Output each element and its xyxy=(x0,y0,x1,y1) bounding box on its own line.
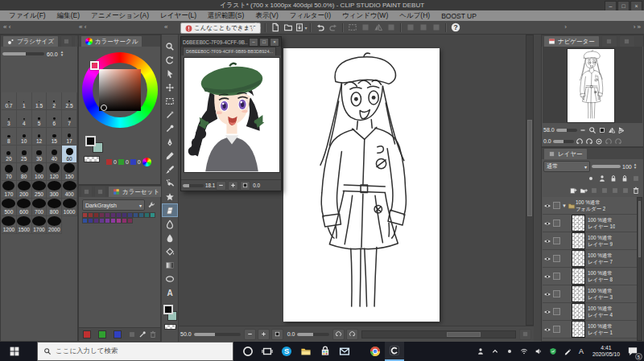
tab-brush-size[interactable]: ブラシサイズ xyxy=(2,35,59,47)
zoom-out-button[interactable] xyxy=(244,329,256,340)
tab-tool-property[interactable] xyxy=(60,35,72,47)
brush-size-stepper[interactable]: ▲▼ xyxy=(60,51,64,58)
layer-mask-icon[interactable] xyxy=(632,174,640,183)
color-swatch[interactable] xyxy=(138,212,144,218)
brush-size-preset[interactable]: 170 xyxy=(2,181,17,199)
rotate-left-button[interactable] xyxy=(332,329,345,340)
brush-size-preset[interactable]: 40 xyxy=(47,146,62,163)
tool-button[interactable] xyxy=(162,203,178,217)
hue-marker[interactable] xyxy=(90,61,99,70)
reselect-button[interactable] xyxy=(359,22,372,33)
layer-row[interactable]: ▼ 100 %通常 レイヤー 7 xyxy=(543,250,638,268)
brush-size-preset[interactable]: 400 xyxy=(62,181,77,199)
layer-opacity-slider[interactable] xyxy=(592,165,621,168)
layer-row[interactable]: ▼ 100 %通常 レイヤー 8 xyxy=(543,268,638,285)
color-swatch[interactable] xyxy=(93,212,99,218)
navigator-rotation-value[interactable]: 0.0 xyxy=(543,138,551,144)
new-file-button[interactable] xyxy=(269,22,282,33)
brush-size-preset[interactable]: 150 xyxy=(62,163,77,181)
layer-checkbox[interactable] xyxy=(553,255,560,262)
color-swatch[interactable] xyxy=(122,218,127,224)
canvas-corner-grip[interactable] xyxy=(519,329,531,340)
show-hidden-icons-button[interactable] xyxy=(488,342,502,361)
brush-size-preset[interactable]: 20 xyxy=(2,146,17,163)
chrome-button[interactable] xyxy=(365,342,385,361)
dock-collapse-icon[interactable]: « xyxy=(164,23,167,31)
layer-row[interactable]: ▼ 100 %通常 フォルダー 2 xyxy=(543,197,638,215)
layer-thumbnail[interactable] xyxy=(572,321,585,338)
delete-layer-icon[interactable] xyxy=(632,187,640,195)
ime-mode-button[interactable]: A xyxy=(575,342,588,361)
reference-image[interactable] xyxy=(184,57,280,173)
color-swatch[interactable] xyxy=(88,212,93,218)
transparent-color-chip[interactable] xyxy=(164,324,176,330)
canvas-zoom-value[interactable]: 50.0 xyxy=(180,331,192,337)
brush-size-preset[interactable]: 70 xyxy=(2,163,17,181)
layer-thumbnail[interactable] xyxy=(572,232,585,249)
tool-button[interactable] xyxy=(162,108,178,121)
brush-size-preset[interactable]: 1500 xyxy=(17,216,32,234)
notification-center-button[interactable]: 5 xyxy=(625,342,641,361)
file-explorer-button[interactable] xyxy=(296,342,316,361)
reference-image-window[interactable]: D6BEEB0C-7F09-4CFF-9B... – □ × D6BEEB0C-… xyxy=(180,36,282,191)
layer-row[interactable]: ▼ 100 %通常 レイヤー 10 xyxy=(543,215,638,232)
microsoft-store-button[interactable] xyxy=(316,342,335,361)
delete-color-icon[interactable] xyxy=(149,330,157,338)
reference-rotation-value[interactable]: 0.0 xyxy=(253,183,260,188)
brush-size-preset[interactable]: 250 xyxy=(32,181,47,199)
color-swatch[interactable] xyxy=(110,218,116,224)
layer-checkbox[interactable] xyxy=(553,308,560,315)
dock-collapse-icon[interactable]: › » xyxy=(634,23,641,31)
navigator-rotate-right-icon[interactable] xyxy=(585,137,593,146)
brush-size-preset[interactable]: 80 xyxy=(17,163,32,181)
brush-size-preset[interactable]: 15 xyxy=(47,128,62,146)
rotate-right-button[interactable] xyxy=(346,329,358,340)
color-swatch[interactable] xyxy=(88,218,93,224)
tool-button[interactable] xyxy=(162,121,178,135)
tray-app-button[interactable] xyxy=(502,342,517,361)
brush-size-preset[interactable]: 1.5 xyxy=(32,92,47,110)
security-button[interactable] xyxy=(546,342,560,361)
pen-settings-button[interactable] xyxy=(560,342,575,361)
brush-size-preset[interactable]: 120 xyxy=(47,163,62,181)
brush-size-preset[interactable]: 30 xyxy=(32,146,47,163)
network-button[interactable] xyxy=(517,342,531,361)
canvas-zoom-slider[interactable] xyxy=(194,333,241,336)
footer-color-swatch[interactable] xyxy=(98,330,106,338)
color-swatch[interactable] xyxy=(82,218,88,224)
layer-visibility-eye-icon[interactable] xyxy=(543,202,551,210)
color-set-preset-dropdown[interactable]: DarkGrayish ▾ xyxy=(82,199,145,211)
color-swatch[interactable] xyxy=(122,212,127,218)
tool-button[interactable] xyxy=(162,162,178,176)
brush-size-preset[interactable]: 2.5 xyxy=(62,92,77,110)
transfer-layer-icon[interactable] xyxy=(590,187,598,195)
navigator-flip-horizontal-icon[interactable] xyxy=(608,126,616,134)
navigator-reset-all-icon[interactable] xyxy=(614,137,622,146)
tool-button[interactable]: A xyxy=(162,285,178,299)
layer-opacity-stepper[interactable]: ▲▼ xyxy=(634,163,637,170)
lock-layer-icon[interactable] xyxy=(609,174,617,183)
fit-to-screen-button[interactable] xyxy=(271,329,283,340)
layer-visibility-eye-icon[interactable] xyxy=(543,219,551,228)
tool-button[interactable] xyxy=(162,217,178,231)
brush-size-preset[interactable]: 25 xyxy=(17,146,32,163)
tool-button[interactable] xyxy=(162,190,178,203)
tool-button[interactable] xyxy=(162,176,178,190)
layer-checkbox[interactable] xyxy=(553,202,560,209)
tool-button[interactable] xyxy=(162,258,178,272)
cortana-button[interactable] xyxy=(238,342,258,361)
brush-size-preset[interactable]: 5 xyxy=(32,110,47,128)
layer-row[interactable]: ▼ 100 %通常 レイヤー 4 xyxy=(543,303,638,321)
navigator-flip-vertical-icon[interactable] xyxy=(617,126,625,134)
color-mode-icon[interactable] xyxy=(142,158,151,166)
menu-item[interactable]: BOOST UP xyxy=(436,12,482,20)
reference-zoom-in-button[interactable] xyxy=(228,181,238,191)
color-swatch[interactable] xyxy=(127,212,133,218)
layer-checkbox[interactable] xyxy=(553,290,560,297)
footer-color-swatch[interactable] xyxy=(114,330,122,338)
reference-zoom-value[interactable]: 18.1 xyxy=(205,183,215,188)
navigator-zoom-in-icon[interactable] xyxy=(588,126,597,134)
mail-button[interactable] xyxy=(335,342,354,361)
folder-expand-arrow[interactable]: ▼ xyxy=(562,203,568,208)
brush-size-preset[interactable]: 1700 xyxy=(32,216,47,234)
